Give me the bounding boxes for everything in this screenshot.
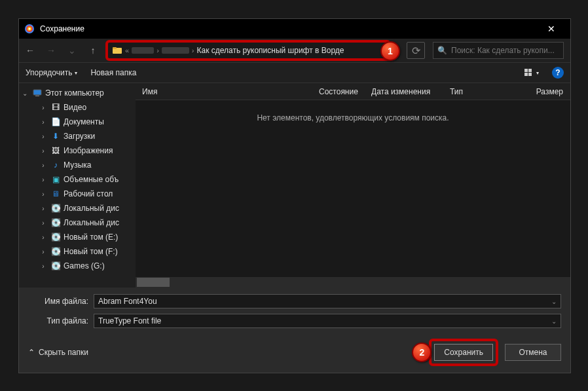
filename-input[interactable]: Abram Font4You ⌄: [94, 294, 561, 308]
download-icon: ⬇: [50, 131, 61, 141]
cancel-button[interactable]: Отмена: [505, 344, 561, 361]
desktop-icon: 🖥: [50, 189, 61, 199]
expand-icon[interactable]: ›: [39, 191, 48, 198]
video-icon: 🎞: [50, 102, 61, 113]
expand-icon[interactable]: ›: [39, 133, 48, 140]
svg-rect-5: [113, 47, 117, 49]
filename-label: Имя файла:: [28, 297, 88, 306]
expand-icon[interactable]: ›: [39, 162, 48, 169]
tree-item-disk-c[interactable]: ›💽Локальный дис: [19, 201, 136, 215]
address-bar[interactable]: « › › Как сделать рукописный шрифт в Вор…: [105, 40, 391, 61]
tree-item-documents[interactable]: ›📄Документы: [19, 115, 136, 129]
music-icon: ♪: [50, 160, 61, 170]
annotation-badge-2: 2: [412, 343, 432, 362]
tree-item-music[interactable]: ›♪Музыка: [19, 158, 136, 172]
hide-folders-button[interactable]: ⌃ Скрыть папки: [28, 348, 88, 357]
back-button[interactable]: ←: [22, 42, 39, 59]
up-button[interactable]: ↑: [84, 42, 101, 59]
chevron-down-icon[interactable]: ⌄: [551, 318, 557, 325]
chevron-right-icon: ›: [192, 47, 194, 54]
tree-item-desktop[interactable]: ›🖥Рабочий стол: [19, 187, 136, 201]
filename-row: Имя файла: Abram Font4You ⌄: [28, 294, 561, 308]
search-icon: 🔍: [437, 46, 447, 55]
tree-item-disk-g[interactable]: ›💽Games (G:): [19, 259, 136, 273]
svg-rect-11: [35, 96, 39, 96]
expand-icon[interactable]: ›: [39, 263, 48, 270]
svg-rect-8: [524, 73, 528, 76]
drive-icon: 💽: [50, 246, 61, 257]
tree-item-3d[interactable]: ›▣Объемные объ: [19, 172, 136, 187]
expand-icon[interactable]: ›: [39, 176, 48, 183]
column-state[interactable]: Состояние: [312, 87, 365, 96]
svg-rect-7: [528, 69, 532, 72]
svg-rect-6: [524, 69, 528, 72]
sidebar: ⌄ Этот компьютер ›🎞Видео ›📄Документы ›⬇З…: [19, 83, 136, 288]
picture-icon: 🖼: [50, 145, 61, 156]
expand-icon[interactable]: ›: [39, 147, 48, 155]
save-button[interactable]: Сохранить: [434, 344, 493, 361]
chevron-up-icon: ⌃: [28, 348, 35, 357]
svg-rect-10: [33, 90, 41, 95]
drive-icon: 💽: [50, 232, 61, 242]
tree-item-video[interactable]: ›🎞Видео: [19, 100, 136, 115]
toolbar: Упорядочить▾ Новая папка ▾ ?: [19, 62, 570, 83]
collapse-icon[interactable]: ⌄: [20, 90, 29, 97]
nav-bar: ← → ⌄ ↑ « › › Как сделать рукописный шри…: [19, 39, 570, 62]
column-headers: Имя Состояние Дата изменения Тип Размер: [136, 83, 570, 100]
scrollbar-thumb[interactable]: [137, 278, 170, 287]
column-type[interactable]: Тип: [443, 87, 515, 96]
tree-item-disk-f[interactable]: ›💽Новый том (F:): [19, 244, 136, 259]
breadcrumb-redacted: [162, 47, 189, 54]
drive-icon: 💽: [50, 261, 61, 271]
drive-icon: 💽: [50, 203, 61, 214]
refresh-button[interactable]: ⟳: [407, 42, 425, 59]
expand-icon[interactable]: ›: [39, 234, 48, 241]
breadcrumb-redacted: [132, 47, 154, 54]
drive-icon: 💽: [50, 217, 61, 228]
search-input[interactable]: 🔍 Поиск: Как сделать рукопи...: [433, 42, 564, 59]
footer: Имя файла: Abram Font4You ⌄ Тип файла: T…: [19, 288, 570, 373]
chevron-down-icon[interactable]: ⌄: [551, 298, 557, 305]
breadcrumb-prefix: «: [125, 47, 129, 54]
svg-point-3: [29, 28, 31, 30]
empty-message: Нет элементов, удовлетворяющих условиям …: [136, 100, 570, 277]
cube-icon: ▣: [50, 174, 61, 185]
column-name[interactable]: Имя: [136, 87, 312, 96]
tree-item-pictures[interactable]: ›🖼Изображения: [19, 143, 136, 158]
expand-icon[interactable]: ›: [39, 119, 48, 126]
close-button[interactable]: ✕: [538, 19, 565, 39]
organize-button[interactable]: Упорядочить▾: [26, 68, 77, 77]
column-date[interactable]: Дата изменения: [365, 87, 443, 96]
horizontal-scrollbar[interactable]: [136, 277, 570, 288]
folder-icon: [112, 45, 122, 56]
filetype-label: Тип файла:: [28, 316, 88, 326]
svg-rect-9: [528, 73, 532, 76]
computer-icon: [32, 88, 43, 98]
window-title: Сохранение: [40, 24, 538, 33]
recent-dropdown[interactable]: ⌄: [64, 42, 81, 59]
document-icon: 📄: [50, 117, 61, 127]
filetype-select[interactable]: TrueType Font file ⌄: [94, 314, 561, 328]
app-icon: [24, 24, 35, 34]
file-list-area: Имя Состояние Дата изменения Тип Размер …: [136, 83, 570, 288]
expand-icon[interactable]: ›: [39, 104, 48, 111]
help-button[interactable]: ?: [552, 67, 564, 79]
column-size[interactable]: Размер: [515, 87, 570, 96]
tree-root-this-pc[interactable]: ⌄ Этот компьютер: [19, 86, 136, 100]
save-highlight: 2 Сохранить: [429, 339, 498, 366]
view-options-button[interactable]: ▾: [524, 69, 539, 77]
expand-icon[interactable]: ›: [39, 248, 48, 255]
forward-button[interactable]: →: [43, 42, 60, 59]
filetype-row: Тип файла: TrueType Font file ⌄: [28, 314, 561, 328]
tree-item-downloads[interactable]: ›⬇Загрузки: [19, 129, 136, 143]
dialog-body: ⌄ Этот компьютер ›🎞Видео ›📄Документы ›⬇З…: [19, 83, 570, 288]
annotation-badge-1: 1: [380, 41, 400, 61]
expand-icon[interactable]: ›: [39, 205, 48, 212]
new-folder-button[interactable]: Новая папка: [90, 68, 136, 77]
chevron-right-icon: ›: [156, 47, 159, 54]
tree-item-disk-d[interactable]: ›💽Локальный дис: [19, 215, 136, 230]
titlebar: Сохранение ✕: [19, 19, 570, 39]
tree-item-disk-e[interactable]: ›💽Новый том (E:): [19, 230, 136, 244]
breadcrumb-current[interactable]: Как сделать рукописный шрифт в Ворде: [196, 46, 344, 55]
expand-icon[interactable]: ›: [39, 219, 48, 227]
